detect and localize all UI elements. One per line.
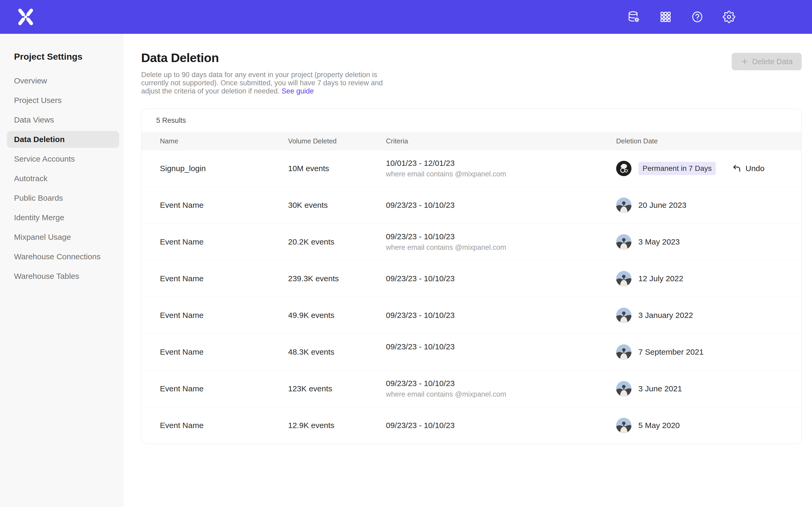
page-description: Delete up to 90 days data for any event … [141, 71, 383, 95]
criteria-date-range: 09/23/23 - 10/10/23 [386, 342, 455, 351]
column-header-criteria: Criteria [386, 137, 616, 145]
table-row: Signup_login10M events10/01/23 - 12/01/2… [141, 150, 801, 187]
sidebar: Project Settings OverviewProject UsersDa… [0, 34, 123, 507]
sidebar-item-data-views[interactable]: Data Views [7, 111, 119, 128]
table-row: Event Name20.2K events09/23/23 - 10/10/2… [141, 223, 801, 260]
user-avatar [616, 381, 631, 396]
table-row: Event Name49.9K events09/23/23 - 10/10/2… [141, 297, 801, 334]
delete-data-button[interactable]: Delete Data [732, 53, 802, 70]
sidebar-item-warehouse-tables[interactable]: Warehouse Tables [7, 268, 119, 285]
volume-deleted-cell: 12.9K events [288, 421, 386, 430]
event-name-cell: Event Name [160, 421, 288, 430]
deletion-date-text: 5 May 2020 [638, 421, 680, 430]
undo-label: Undo [745, 164, 764, 173]
criteria-cell: 09/23/23 - 10/10/23where email contains … [386, 379, 616, 398]
sidebar-item-identity-merge[interactable]: Identity Merge [7, 209, 119, 226]
event-name-cell: Event Name [160, 237, 288, 246]
sidebar-item-label: Data Deletion [14, 135, 65, 144]
data-management-icon[interactable] [627, 11, 640, 23]
table-row: Event Name48.3K events09/23/23 - 10/10/2… [141, 334, 801, 370]
mixpanel-logo[interactable] [17, 8, 34, 25]
deletion-date-cell: 5 May 2020 [616, 418, 801, 433]
page-header: Data Deletion Delete up to 90 days data … [141, 51, 802, 95]
sidebar-item-overview[interactable]: Overview [7, 72, 119, 89]
volume-deleted-cell: 123K events [288, 384, 386, 393]
table-row: Event Name30K events09/23/23 - 10/10/232… [141, 187, 801, 223]
topbar [0, 0, 812, 34]
user-avatar [616, 344, 631, 360]
user-avatar [616, 418, 631, 433]
user-avatar [616, 234, 631, 249]
user-avatar [616, 271, 631, 286]
sidebar-nav: OverviewProject UsersData ViewsData Dele… [0, 72, 123, 285]
column-header-volume: Volume Deleted [288, 137, 386, 145]
topbar-icons [627, 11, 735, 23]
permanent-status-badge: Permanent in 7 Days [638, 162, 716, 175]
table-row: Event Name12.9K events09/23/23 - 10/10/2… [141, 407, 801, 444]
criteria-filter: where email contains @mixpanel.com [386, 243, 506, 251]
event-name-cell: Event Name [160, 274, 288, 283]
settings-icon[interactable] [723, 11, 735, 23]
undo-icon [732, 164, 742, 173]
user-avatar [616, 307, 631, 323]
sidebar-item-label: Warehouse Tables [14, 272, 79, 281]
deletion-table-card: 5 Results Name Volume Deleted Criteria D… [141, 109, 802, 444]
apps-grid-icon[interactable] [659, 11, 672, 23]
criteria-date-range: 09/23/23 - 10/10/23 [386, 201, 455, 210]
sidebar-item-project-users[interactable]: Project Users [7, 92, 119, 109]
criteria-filter: where email contains @mixpanel.com [386, 390, 506, 398]
see-guide-link[interactable]: See guide [282, 87, 314, 95]
sidebar-item-data-deletion[interactable]: Data Deletion [7, 131, 119, 148]
deletion-date-cell: 3 January 2022 [616, 307, 801, 323]
results-count: 5 Results [141, 109, 801, 132]
volume-deleted-cell: 239.3K events [288, 274, 386, 283]
criteria-date-range: 10/01/23 - 12/01/23 [386, 159, 455, 168]
sidebar-item-label: Autotrack [14, 174, 48, 183]
sidebar-title: Project Settings [14, 51, 123, 62]
criteria-cell: 10/01/23 - 12/01/23where email contains … [386, 159, 616, 178]
sidebar-item-mixpanel-usage[interactable]: Mixpanel Usage [7, 229, 119, 245]
criteria-date-range: 09/23/23 - 10/10/23 [386, 232, 455, 241]
table-body: Signup_login10M events10/01/23 - 12/01/2… [141, 150, 801, 444]
criteria-cell: 09/23/23 - 10/10/23 [386, 201, 616, 210]
volume-deleted-cell: 10M events [288, 164, 386, 173]
help-icon[interactable] [691, 11, 704, 23]
deletion-date-text: 3 January 2022 [638, 311, 693, 320]
main-content: Data Deletion Delete up to 90 days data … [123, 34, 812, 507]
criteria-cell: 09/23/23 - 10/10/23 [386, 342, 616, 362]
event-name-cell: Signup_login [160, 164, 288, 173]
page-title: Data Deletion [141, 51, 383, 65]
deletion-date-text: 7 September 2021 [638, 347, 704, 356]
app-root: Project Settings OverviewProject UsersDa… [0, 0, 812, 507]
sidebar-item-autotrack[interactable]: Autotrack [7, 170, 119, 187]
volume-deleted-cell: 49.9K events [288, 311, 386, 320]
column-header-deletion-date: Deletion Date [616, 137, 801, 145]
criteria-date-range: 09/23/23 - 10/10/23 [386, 274, 455, 283]
sidebar-item-label: Identity Merge [14, 213, 64, 222]
deletion-date-text: 3 June 2021 [638, 384, 682, 393]
criteria-filter: where email contains @mixpanel.com [386, 170, 506, 178]
event-name-cell: Event Name [160, 384, 288, 393]
deletion-date-cell: Permanent in 7 DaysUndo [616, 161, 801, 176]
criteria-date-range: 09/23/23 - 10/10/23 [386, 421, 455, 430]
criteria-cell: 09/23/23 - 10/10/23where email contains … [386, 232, 616, 251]
table-row: Event Name239.3K events09/23/23 - 10/10/… [141, 260, 801, 297]
undo-button[interactable]: Undo [730, 163, 766, 173]
user-avatar [616, 161, 631, 176]
sidebar-item-public-boards[interactable]: Public Boards [7, 189, 119, 207]
deletion-date-text: 12 July 2022 [638, 274, 683, 283]
deletion-date-cell: 20 June 2023 [616, 198, 801, 213]
column-header-name: Name [160, 137, 288, 145]
criteria-cell: 09/23/23 - 10/10/23 [386, 311, 616, 320]
sidebar-item-warehouse-connections[interactable]: Warehouse Connections [7, 248, 119, 265]
deletion-date-cell: 3 May 2023 [616, 234, 801, 249]
criteria-cell: 09/23/23 - 10/10/23 [386, 274, 616, 283]
deletion-date-cell: 3 June 2021 [616, 381, 801, 396]
event-name-cell: Event Name [160, 347, 288, 356]
criteria-date-range: 09/23/23 - 10/10/23 [386, 379, 455, 388]
sidebar-item-label: Public Boards [14, 193, 63, 203]
sidebar-item-service-accounts[interactable]: Service Accounts [7, 151, 119, 167]
event-name-cell: Event Name [160, 311, 288, 320]
sidebar-item-label: Overview [14, 76, 47, 85]
table-header-row: Name Volume Deleted Criteria Deletion Da… [141, 132, 801, 150]
